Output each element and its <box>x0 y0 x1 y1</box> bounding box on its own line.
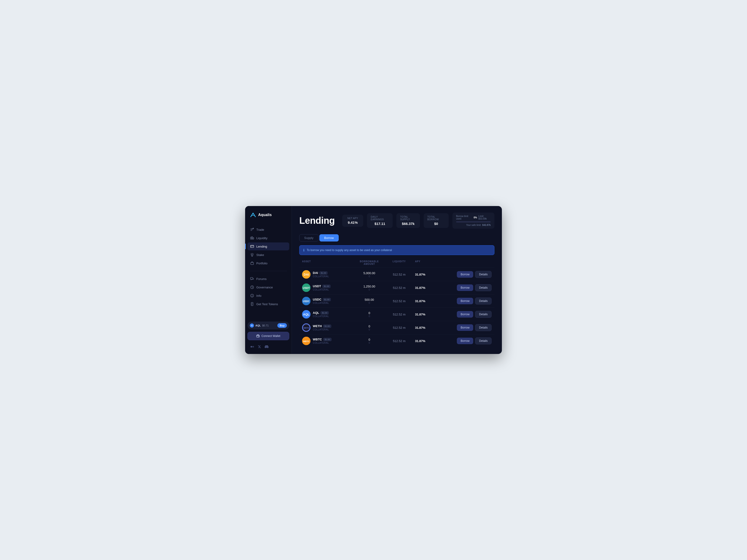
borrowable-main-weth: 0 <box>368 325 370 328</box>
asset-sub-wbtc: COLLATERAL <box>313 342 332 344</box>
safe-limit-label: Your safe limit: <box>466 224 481 226</box>
asset-name-block-weth: WETH $1.00 COLLATERAL <box>313 324 331 331</box>
svg-text:USDC: USDC <box>303 300 310 303</box>
asset-name-row-usdc: USDC $1.00 <box>313 298 331 301</box>
borrowable-sub-aql: 0 <box>368 315 370 318</box>
svg-point-4 <box>251 247 251 247</box>
weth-icon: WETH <box>302 323 310 332</box>
stat-card-total-supply: Total Supply $66.37k <box>396 213 420 228</box>
price-badge-dai: $1.00 <box>319 271 328 275</box>
apy-cell-usdc: 31.87% <box>415 299 443 303</box>
safe-limit-value: $42.87k <box>482 224 491 226</box>
sidebar-item-governance[interactable]: Governance <box>248 283 289 291</box>
medium-icon[interactable] <box>250 345 254 349</box>
details-button-dai[interactable]: Details <box>475 271 492 278</box>
portfolio-icon <box>250 261 254 265</box>
details-button-aql[interactable]: Details <box>475 311 492 318</box>
discord-icon[interactable] <box>265 345 268 349</box>
connect-wallet-button[interactable]: Connect Wallet <box>248 332 289 340</box>
total-supply-label: Total Supply <box>400 216 416 221</box>
sidebar-item-portfolio[interactable]: Portfolio <box>248 259 289 267</box>
app-window: Aqualis Trade Liquidity <box>245 206 502 354</box>
sidebar-item-liquidity-label: Liquidity <box>256 236 267 240</box>
borrowable-sub-wbtc: 0 <box>368 341 370 344</box>
details-button-usdc[interactable]: Details <box>475 297 492 304</box>
th-liquidity: LIQUIDITY <box>385 260 413 265</box>
borrow-limit-label: Borrow limit used: <box>456 215 472 220</box>
apy-cell-dai: 31.87% <box>415 273 443 276</box>
actions-cell-dai: Borrow Details <box>445 271 492 278</box>
sidebar-item-stake-label: Stake <box>256 253 264 257</box>
svg-text:DAI: DAI <box>304 273 309 276</box>
borrowable-cell-wbtc: 0 0 <box>355 338 383 344</box>
borrowable-cell-dai: 5,000.00 0 <box>355 271 383 278</box>
details-button-usdt[interactable]: Details <box>475 284 492 291</box>
sidebar-item-forums-label: Forums <box>256 277 266 281</box>
borrow-button-wbtc[interactable]: Borrow <box>457 338 473 344</box>
svg-rect-6 <box>251 277 253 279</box>
price-badge-wbtc: $1.00 <box>323 338 332 341</box>
sidebar-item-forums[interactable]: Forums <box>248 275 289 283</box>
svg-text:WETH: WETH <box>304 327 309 329</box>
details-button-wbtc[interactable]: Details <box>475 338 492 344</box>
liquidity-icon <box>250 236 254 240</box>
info-banner-icon: ℹ <box>303 248 304 252</box>
sidebar-item-trade-label: Trade <box>256 228 264 232</box>
asset-name-usdt: USDT <box>313 285 321 288</box>
asset-cell-aql: AQL AQL $1.00 COLLATERAL <box>302 310 354 319</box>
forums-icon <box>250 277 254 281</box>
trade-icon <box>250 228 254 232</box>
social-icons <box>248 344 289 350</box>
borrow-button-usdc[interactable]: Borrow <box>457 298 473 304</box>
tab-borrow[interactable]: Borrow <box>319 234 339 241</box>
sidebar-item-liquidity[interactable]: Liquidity <box>248 234 289 242</box>
borrowable-sub-weth: 0 <box>368 328 370 331</box>
total-borrow-label: Total Borrow <box>428 216 445 221</box>
borrow-limit-top: Borrow limit used: 0% Limit: $53.59k <box>456 215 491 220</box>
sidebar: Aqualis Trade Liquidity <box>245 206 292 354</box>
buy-button[interactable]: Buy <box>277 323 287 328</box>
liquidity-cell-aql: 512.52 m <box>385 313 413 316</box>
sidebar-item-info[interactable]: Info <box>248 292 289 300</box>
price-badge-usdt: $1.00 <box>323 285 331 288</box>
sidebar-item-lending[interactable]: Lending <box>248 242 289 250</box>
borrowable-cell-usdc: 500.00 0 <box>355 298 383 304</box>
svg-rect-1 <box>252 237 253 239</box>
sidebar-item-get-test-tokens[interactable]: Get Test Tokens <box>248 300 289 308</box>
asset-name-aql: AQL <box>313 311 319 315</box>
borrow-button-dai[interactable]: Borrow <box>457 271 473 278</box>
price-badge-aql: $1.00 <box>320 311 329 315</box>
test-tokens-icon <box>250 302 254 306</box>
logo-icon <box>250 212 256 218</box>
aql-price-bar: A AQL $0.71 Buy <box>248 322 289 329</box>
page-title: Lending <box>299 215 335 226</box>
borrow-button-weth[interactable]: Borrow <box>457 324 473 331</box>
main-content: Lending Net APY 9.41% Daily Earnings $17… <box>292 206 502 354</box>
tabs-row: Supply Borrow <box>299 234 494 241</box>
liquidity-cell-dai: 512.52 m <box>385 273 413 276</box>
aql-logo-small: A <box>250 323 254 328</box>
asset-name-block-dai: DAI $1.00 COLLATERAL <box>313 271 329 278</box>
asset-name-row-weth: WETH $1.00 <box>313 324 331 328</box>
borrow-button-usdt[interactable]: Borrow <box>457 285 473 291</box>
info-banner: ℹ To borrow you need to supply any asset… <box>299 245 494 255</box>
stats-row: Net APY 9.41% Daily Earnings $17.11 Tota… <box>342 213 494 229</box>
secondary-nav: Forums Governance Info <box>245 275 291 308</box>
sidebar-item-stake[interactable]: Stake <box>248 251 289 259</box>
asset-cell-weth: WETH WETH $1.00 COLLATERAL <box>302 323 354 332</box>
logo: Aqualis <box>245 212 291 225</box>
stat-card-total-borrow: Total Borrow $0 <box>424 213 449 228</box>
asset-sub-weth: COLLATERAL <box>313 328 331 331</box>
table-row: AQL AQL $1.00 COLLATERAL 0 0 512.52 m 31… <box>299 308 494 321</box>
tab-supply[interactable]: Supply <box>299 234 318 241</box>
sidebar-item-trade[interactable]: Trade <box>248 225 289 234</box>
details-button-weth[interactable]: Details <box>475 324 492 331</box>
governance-icon <box>250 285 254 289</box>
borrow-button-aql[interactable]: Borrow <box>457 311 473 318</box>
borrowable-main-usdc: 500.00 <box>365 298 374 301</box>
actions-cell-wbtc: Borrow Details <box>445 338 492 344</box>
aql-ticker: AQL <box>255 324 261 327</box>
logo-text: Aqualis <box>258 213 272 217</box>
twitter-icon[interactable] <box>258 345 261 349</box>
sidebar-item-info-label: Info <box>256 294 261 297</box>
